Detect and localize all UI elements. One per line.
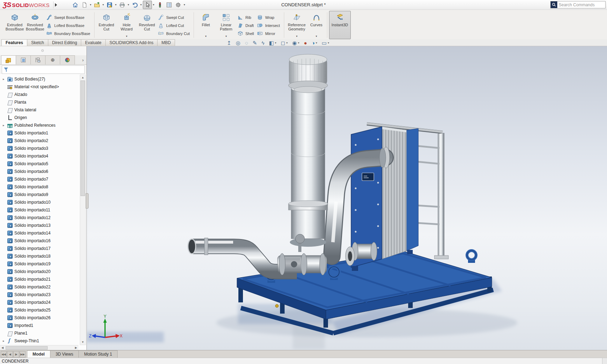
tree-item[interactable]: Sólido importado9 <box>0 191 78 198</box>
curves-dropdown[interactable] <box>316 35 317 39</box>
tree-item[interactable]: Sólido importado14 <box>0 229 78 237</box>
heads-up-icon[interactable]: ◻ <box>281 40 285 46</box>
panel-splitter-handle[interactable] <box>86 193 89 209</box>
tree-filter[interactable] <box>2 65 85 74</box>
tree-item[interactable]: Sólido importado12 <box>0 214 78 222</box>
heads-up-tool[interactable]: ↥ <box>227 40 231 46</box>
heads-up-icon[interactable]: ◑ <box>312 40 315 46</box>
commandmanager-tab[interactable]: Sketch <box>27 39 48 46</box>
document-tab[interactable]: 3D Views <box>50 350 79 358</box>
commandmanager-tab[interactable]: Direct Editing <box>48 39 81 46</box>
tree-item[interactable]: Sólido importado2 <box>0 137 78 145</box>
tree-item[interactable]: Imported1 <box>0 322 78 329</box>
tree-item[interactable]: Sólido importado24 <box>0 299 78 306</box>
shell-button[interactable]: Shell <box>236 29 256 37</box>
heads-up-tool[interactable]: ◻ <box>281 40 287 46</box>
reference-geometry-dropdown[interactable] <box>296 35 298 39</box>
scrollbar-thumb[interactable] <box>81 80 85 196</box>
previous-tab-icon[interactable]: ◀ <box>7 351 13 358</box>
heads-up-icon[interactable]: ϟ <box>261 40 264 46</box>
tab-configurationmanager[interactable] <box>30 55 46 64</box>
heads-up-tool[interactable]: ◧ <box>269 40 276 46</box>
commandmanager-tab[interactable]: MBD <box>157 39 175 46</box>
expand-arrow-icon[interactable] <box>3 77 7 81</box>
tree-item[interactable]: Solid Bodies(27) <box>0 75 78 83</box>
heads-up-dropdown-arrow[interactable] <box>298 41 299 44</box>
last-tab-icon[interactable]: ▶▶ <box>20 351 26 358</box>
heads-up-tool[interactable]: ◉ <box>292 40 299 46</box>
tree-horizontal-scrollbar[interactable]: ◀ ▶ <box>0 345 78 350</box>
viewport[interactable]: Y X Z <box>87 46 607 350</box>
heads-up-tool[interactable]: ◌ <box>245 40 248 46</box>
tree-item[interactable]: Origen <box>0 114 78 121</box>
tree-item[interactable]: Sólido importado22 <box>0 283 78 291</box>
linear-pattern-button[interactable]: Linear Pattern <box>216 11 236 39</box>
swept-cut-button[interactable]: Swept Cut <box>157 13 192 21</box>
wrap-button[interactable]: Wrap <box>256 13 282 21</box>
swept-boss-base-button[interactable]: Swept Boss/Base <box>45 13 92 21</box>
new-document-dropdown[interactable] <box>89 3 92 6</box>
open-dropdown[interactable] <box>102 3 105 6</box>
fillet-dropdown[interactable] <box>205 35 207 39</box>
tree-item[interactable]: Sólido importado16 <box>0 237 78 245</box>
settings-button[interactable] <box>174 1 183 9</box>
tab-displaymanager[interactable] <box>60 55 75 64</box>
tree-item[interactable]: Sólido importado3 <box>0 145 78 152</box>
scrollbar-thumb[interactable] <box>6 346 48 350</box>
next-tab-icon[interactable]: ▶ <box>13 351 19 358</box>
tree-item[interactable]: Published References <box>0 121 78 129</box>
tree-item[interactable]: Sólido importado6 <box>0 168 78 175</box>
save-dropdown[interactable] <box>114 3 118 6</box>
settings-dropdown[interactable] <box>183 3 186 6</box>
tab-dimxpertmanager[interactable]: ⊕ <box>45 55 60 64</box>
tree-item[interactable]: Sólido importado23 <box>0 291 78 299</box>
expand-arrow-icon[interactable] <box>3 124 7 127</box>
tree-item[interactable]: Sólido importado1 <box>0 129 78 137</box>
heads-up-icon[interactable]: ◧ <box>269 40 274 46</box>
heads-up-tool[interactable]: ◑ <box>312 40 317 46</box>
tree-item[interactable]: Sólido importado4 <box>0 152 78 160</box>
tree-item[interactable]: Sweep-Thin1 <box>0 337 78 345</box>
document-tab[interactable]: Model <box>27 350 50 358</box>
tab-featuremanager[interactable] <box>1 55 16 64</box>
tab-propertymanager[interactable] <box>16 55 31 64</box>
intersect-button[interactable]: Intersect <box>256 21 282 29</box>
print-button[interactable] <box>118 1 127 9</box>
heads-up-tool[interactable]: ϟ <box>261 40 264 46</box>
open-button[interactable] <box>92 1 102 9</box>
fillet-button[interactable]: Fillet <box>196 11 216 39</box>
rebuild-button[interactable] <box>155 1 165 9</box>
scroll-right-icon[interactable]: ▶ <box>74 346 78 349</box>
panel-expand-chevron-icon[interactable]: › <box>79 55 86 64</box>
boundary-boss-base-button[interactable]: Boundary Boss/Base <box>45 29 92 37</box>
scroll-left-icon[interactable]: ◀ <box>0 346 5 349</box>
heads-up-icon[interactable]: ▭ <box>322 40 327 46</box>
revolved-cut-button[interactable]: Revolved Cut <box>137 11 157 39</box>
save-button[interactable] <box>105 1 114 9</box>
commandmanager-tab[interactable]: Features <box>1 39 27 46</box>
panel-grip-dot-icon[interactable] <box>41 49 44 52</box>
search-commands-icon[interactable] <box>551 1 557 8</box>
new-document-button[interactable] <box>80 1 89 9</box>
first-tab-icon[interactable]: ◀◀ <box>1 351 7 358</box>
lofted-cut-button[interactable]: Lofted Cut <box>157 21 192 29</box>
tree-item[interactable]: Planta <box>0 98 78 106</box>
tree-item[interactable]: Sólido importado11 <box>0 206 78 214</box>
tree-item[interactable]: Sólido importado21 <box>0 275 78 283</box>
document-tab[interactable]: Motion Study 1 <box>78 350 118 358</box>
status-resize-grip[interactable] <box>602 358 607 364</box>
draft-button[interactable]: Draft <box>236 21 256 29</box>
tree-item[interactable]: Sólido importado19 <box>0 260 78 268</box>
search-commands-input[interactable] <box>557 2 605 7</box>
heads-up-icon[interactable]: ↥ <box>227 40 231 46</box>
tree-vertical-scrollbar[interactable]: ▲ ▼ <box>80 75 86 345</box>
heads-up-tool[interactable]: ✎ <box>253 40 257 46</box>
heads-up-tool[interactable]: ▭ <box>322 40 329 46</box>
instant3d-button[interactable]: Instant3D <box>329 11 351 39</box>
tree-item[interactable]: Sólido importado20 <box>0 268 78 275</box>
print-dropdown[interactable] <box>127 3 130 6</box>
heads-up-icon[interactable]: ✎ <box>253 40 257 46</box>
tree-item[interactable]: Sólido importado26 <box>0 314 78 322</box>
tree-item[interactable]: Vista lateral <box>0 106 78 114</box>
mirror-button[interactable]: Mirror <box>256 29 282 37</box>
